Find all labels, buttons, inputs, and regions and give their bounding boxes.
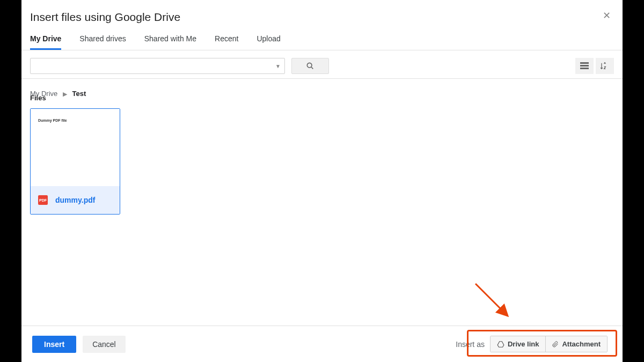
breadcrumb-current: Test [72, 90, 86, 98]
files-grid: Dummy PDF file PDF dummy.pdf [21, 105, 623, 218]
svg-marker-5 [497, 341, 504, 347]
dialog-container: Insert files using Google Drive ✕ My Dri… [21, 0, 623, 362]
search-input[interactable] [30, 58, 285, 74]
view-list-button[interactable] [575, 58, 594, 74]
breadcrumb-root[interactable]: My Drive [30, 90, 57, 98]
svg-line-6 [475, 284, 507, 315]
file-footer: PDF dummy.pdf [31, 186, 120, 214]
tab-upload[interactable]: Upload [257, 33, 280, 50]
tab-my-drive[interactable]: My Drive [30, 33, 61, 50]
cancel-button[interactable]: Cancel [83, 336, 126, 353]
svg-rect-4 [580, 68, 589, 69]
breadcrumb: My Drive ▶ Test [21, 83, 94, 102]
file-card[interactable]: Dummy PDF file PDF dummy.pdf [30, 108, 120, 215]
svg-line-1 [311, 67, 313, 69]
attachment-label: Attachment [562, 340, 601, 348]
dialog-title: Insert files using Google Drive [21, 0, 623, 33]
file-name: dummy.pdf [55, 196, 95, 204]
sort-button[interactable] [596, 58, 614, 74]
attachment-button[interactable]: Attachment [545, 336, 607, 352]
file-preview-text: Dummy PDF file [38, 119, 112, 122]
insert-as-toggle: Drive link Attachment [490, 336, 608, 352]
tab-recent[interactable]: Recent [215, 33, 238, 50]
annotation-arrow-icon [472, 280, 515, 323]
chevron-right-icon: ▶ [63, 91, 67, 97]
insert-button[interactable]: Insert [32, 336, 76, 353]
list-icon [580, 62, 589, 70]
bottom-bar: Insert Cancel Insert as Drive link Attac… [21, 326, 623, 362]
svg-point-0 [307, 63, 312, 68]
insert-as-group: Insert as Drive link Attachment [451, 333, 612, 356]
paperclip-icon [552, 341, 559, 348]
drive-link-label: Drive link [508, 340, 539, 348]
tab-shared-drives[interactable]: Shared drives [79, 33, 126, 50]
insert-as-label: Insert as [456, 340, 485, 349]
search-button[interactable] [291, 58, 329, 74]
pdf-icon: PDF [38, 195, 48, 205]
drive-link-button[interactable]: Drive link [491, 336, 546, 352]
svg-rect-3 [580, 65, 589, 67]
tab-shared-with-me[interactable]: Shared with Me [144, 33, 196, 50]
section-files-label: Files [21, 94, 623, 105]
search-icon [306, 62, 314, 70]
search-wrapper: ▼ [30, 58, 285, 74]
close-icon[interactable]: ✕ [603, 10, 611, 21]
sort-az-icon [601, 62, 609, 70]
file-preview: Dummy PDF file [31, 109, 120, 186]
toolbar: ▼ My Drive ▶ Test [21, 50, 623, 79]
drive-icon [497, 341, 504, 348]
tab-bar: My Drive Shared drives Shared with Me Re… [21, 33, 623, 50]
svg-rect-2 [580, 62, 589, 64]
